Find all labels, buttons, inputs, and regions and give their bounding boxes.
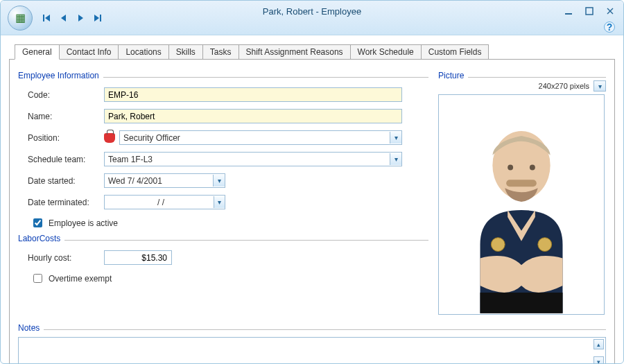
employee-active-checkbox[interactable]: Employee is active bbox=[31, 216, 428, 229]
date-started-label: Date started: bbox=[28, 176, 104, 186]
position-label: Position: bbox=[28, 133, 104, 143]
scroll-up-button[interactable]: ▴ bbox=[593, 339, 604, 349]
svg-marker-1 bbox=[45, 15, 50, 21]
svg-marker-3 bbox=[78, 15, 83, 21]
notes-section: Notes ▴ ▾ bbox=[18, 323, 606, 364]
minimize-button[interactable] bbox=[562, 5, 575, 17]
svg-point-13 bbox=[530, 165, 535, 171]
employee-information-section: Employee Information Code: Name: Positio… bbox=[18, 71, 428, 229]
position-select[interactable]: Security Officer ▾ bbox=[119, 130, 402, 145]
nav-first-button[interactable] bbox=[41, 12, 53, 24]
scroll-down-button[interactable]: ▾ bbox=[593, 356, 604, 364]
hourly-cost-label: Hourly cost: bbox=[28, 253, 104, 263]
notes-textarea[interactable]: ▴ ▾ bbox=[18, 337, 606, 364]
svg-point-12 bbox=[508, 165, 513, 171]
code-input[interactable] bbox=[104, 87, 402, 102]
tab-tasks[interactable]: Tasks bbox=[202, 44, 239, 60]
code-label: Code: bbox=[28, 90, 104, 100]
app-icon: ▦ bbox=[8, 6, 33, 31]
help-button[interactable]: ? bbox=[604, 21, 615, 33]
overtime-exempt-checkbox[interactable]: Overtime exempt bbox=[31, 272, 428, 285]
svg-rect-16 bbox=[480, 293, 563, 313]
person-icon bbox=[104, 133, 115, 143]
svg-point-15 bbox=[538, 238, 552, 252]
svg-rect-7 bbox=[586, 8, 593, 15]
maximize-button[interactable] bbox=[583, 5, 596, 17]
nav-last-button[interactable] bbox=[91, 12, 103, 24]
chevron-down-icon: ▾ bbox=[213, 175, 225, 187]
date-terminated-input[interactable]: / / ▾ bbox=[104, 195, 225, 209]
labor-costs-section: LaborCosts Hourly cost: Overtime exempt bbox=[18, 234, 428, 285]
tabstrip: General Contact Info Locations Skills Ta… bbox=[15, 44, 615, 59]
svg-rect-6 bbox=[565, 13, 572, 15]
date-started-input[interactable]: Wed 7/ 4/2001 ▾ bbox=[104, 173, 225, 188]
picture-size-text: 240x270 pixels bbox=[539, 82, 589, 90]
tab-general[interactable]: General bbox=[15, 44, 60, 60]
svg-rect-5 bbox=[100, 15, 101, 21]
tab-locations[interactable]: Locations bbox=[118, 44, 168, 60]
labor-costs-legend: LaborCosts bbox=[18, 234, 64, 243]
chevron-down-icon: ▾ bbox=[214, 196, 225, 208]
svg-point-14 bbox=[491, 238, 505, 252]
nav-prev-button[interactable] bbox=[58, 12, 70, 24]
chevron-down-icon: ▾ bbox=[390, 153, 401, 165]
titlebar: ▦ Park, Robert - Employee ? bbox=[1, 1, 623, 35]
employee-information-legend: Employee Information bbox=[18, 71, 103, 80]
schedule-team-label: Schedule team: bbox=[28, 155, 104, 164]
svg-rect-11 bbox=[506, 180, 537, 187]
tab-contact-info[interactable]: Contact Info bbox=[59, 44, 119, 60]
tab-custom-fields[interactable]: Custom Fields bbox=[421, 44, 489, 60]
date-terminated-label: Date terminated: bbox=[28, 198, 104, 207]
notes-legend: Notes bbox=[18, 323, 44, 333]
picture-menu-button[interactable]: ▾ bbox=[593, 80, 606, 92]
svg-rect-0 bbox=[43, 15, 44, 21]
chevron-down-icon: ▾ bbox=[390, 132, 401, 144]
svg-marker-2 bbox=[61, 15, 66, 21]
tab-shift-assignment-reasons[interactable]: Shift Assignment Reasons bbox=[239, 44, 351, 60]
employee-photo[interactable] bbox=[438, 94, 605, 315]
picture-legend: Picture bbox=[438, 71, 468, 80]
hourly-cost-input[interactable] bbox=[104, 250, 172, 265]
close-button[interactable] bbox=[604, 5, 616, 17]
nav-next-button[interactable] bbox=[74, 12, 87, 24]
name-label: Name: bbox=[28, 112, 104, 121]
schedule-team-select[interactable]: Team 1F-L3 ▾ bbox=[104, 152, 402, 166]
tab-content: Employee Information Code: Name: Positio… bbox=[9, 59, 615, 364]
name-input[interactable] bbox=[104, 109, 402, 123]
tab-work-schedule[interactable]: Work Schedule bbox=[350, 44, 422, 60]
picture-section: Picture 240x270 pixels ▾ bbox=[438, 71, 606, 315]
svg-marker-4 bbox=[94, 15, 99, 21]
tab-skills[interactable]: Skills bbox=[168, 44, 203, 60]
